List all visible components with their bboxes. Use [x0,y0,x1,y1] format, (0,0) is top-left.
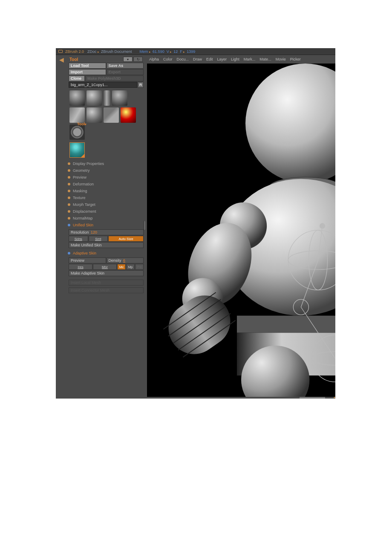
pd-button: Pd [135,264,144,270]
insert-local-mesh-button: Insert Local Mesh [69,280,144,286]
tool-thumb-cube[interactable] [104,107,119,123]
subpanel-displacement[interactable]: Displacement [69,208,144,215]
canvas[interactable] [147,64,335,397]
smt-button[interactable]: Smt [89,236,108,242]
horizontal-scrollbar[interactable] [147,397,335,399]
menu-layer[interactable]: Layer [215,57,229,61]
density-slider[interactable]: Density 6 [107,257,144,263]
subpanel-geometry[interactable]: Geometry [69,167,144,174]
viewport: ▴ [145,64,335,399]
menu-bar: Alpha Color Docu... Draw Edit Layer Ligh… [145,55,335,64]
tool-flyout-label[interactable]: Tool▾ [77,122,86,126]
tool-thumb-brush[interactable] [69,107,85,123]
subpanel-unified[interactable]: Unified Skin [69,222,144,228]
menu-movie[interactable]: Movie [274,57,288,61]
mp-button[interactable]: Mp [126,264,135,270]
stats: Mem▸ 61.590 V▸ 12 F▸ 1399 [140,49,196,54]
svg-point-0 [245,64,335,183]
menu-color[interactable]: Color [161,57,175,61]
ires-button[interactable]: Ires [69,264,92,270]
subpanel-display[interactable]: Display Properties [69,160,144,167]
app-name: ZBrush 2.0 [65,49,84,54]
tool-thumb-redsphere[interactable] [121,107,136,123]
zbrush-window: ZBrush 2.0 ZDoc▸ ZBrush Document Mem▸ 61… [56,48,335,399]
save-as-button[interactable]: Save As [107,63,144,69]
doc-label: ZDoc▸ ZBrush Document [87,49,132,54]
menu-edit[interactable]: Edit [204,57,215,61]
r-button[interactable]: R [138,82,144,88]
menu-marker[interactable]: Mark... [242,57,258,61]
make-polymesh-button: Make PolyMesh3D [85,75,144,81]
subpanel-masking[interactable]: Masking [69,188,144,194]
export-button: Export [107,69,144,75]
load-tool-button[interactable]: Load Tool [69,63,106,69]
panel-close-button[interactable]: ↻ [133,57,143,62]
svg-rect-12 [237,316,335,333]
subpanel-morph[interactable]: Morph Target [69,201,144,208]
app-icon [58,49,63,55]
menu-material[interactable]: Mate... [257,57,274,61]
mbr-button[interactable]: Mbr [93,264,117,270]
menu-alpha[interactable]: Alpha [147,57,161,61]
tool-thumb-sphere[interactable] [86,90,102,106]
tool-thumb-ring[interactable] [69,124,85,140]
tool-panel: Tool ▾ ↻ Load Tool Save As Import Export… [67,55,145,399]
import-button[interactable]: Import [69,69,106,75]
menu-light[interactable]: Light [229,57,242,61]
scroll-arrow-icon[interactable]: ▴ [329,395,335,399]
scroll-thumb[interactable] [300,397,325,399]
main-area: Alpha Color Docu... Draw Edit Layer Ligh… [145,55,335,399]
tool-thumb-figure[interactable] [69,90,85,106]
sdns-button[interactable]: Sdns [69,236,88,242]
unified-content: Resolution 120 Sdns Smt Auto Size Make U… [69,228,144,250]
adaptive-content: Preview Density 6 Ires Mbr Mc Mp Pd Make… [69,257,144,278]
panel-minimize-button[interactable]: ▾ [123,57,133,62]
subpanel-adaptive[interactable]: Adaptive Skin [69,250,144,257]
tool-thumb-figure2[interactable] [112,90,127,106]
subpanel-texture[interactable]: Texture [69,194,144,201]
model-render [147,64,335,397]
menu-picker[interactable]: Picker [288,57,303,61]
subpanel-preview[interactable]: Preview [69,174,144,181]
menu-document[interactable]: Docu... [175,57,191,61]
resolution-slider[interactable]: Resolution 120 [69,229,144,235]
subpanel-normalmap[interactable]: NormalMap [69,215,144,222]
mc-button[interactable]: Mc [117,264,126,270]
tool-thumbnails: Tool▾ [69,89,144,142]
tool-thumb-sphere2[interactable] [86,107,102,123]
make-adaptive-skin-button[interactable]: Make Adaptive Skin [69,270,144,276]
auto-size-button[interactable]: Auto Size [108,236,144,242]
tool-name-field[interactable]: big_arm_Z_1Copy1... [69,82,137,88]
panel-title: Tool [69,57,78,62]
insert-connector-mesh-button: Insert Connector Mesh [69,287,144,293]
make-unified-skin-button[interactable]: Make Unified Skin [69,242,144,248]
collapse-icon[interactable]: ◀ [58,56,65,64]
adaptive-preview-button[interactable]: Preview [69,257,106,263]
left-icon-strip: ◀ [56,55,67,399]
titlebar: ZBrush 2.0 ZDoc▸ ZBrush Document Mem▸ 61… [56,48,335,55]
clone-button[interactable]: Clone [69,75,85,81]
subpanel-deformation[interactable]: Deformation [69,181,144,188]
selected-tool-thumb[interactable] [69,142,85,158]
tool-thumb-cylinder[interactable] [104,90,110,106]
menu-draw[interactable]: Draw [191,57,204,61]
